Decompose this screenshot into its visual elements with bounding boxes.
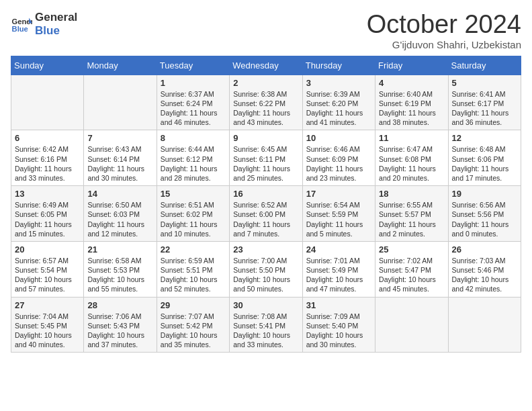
calendar-cell: 1Sunrise: 6:37 AMSunset: 6:24 PMDaylight… xyxy=(157,75,229,130)
day-number: 27 xyxy=(15,300,80,310)
calendar-cell: 19Sunrise: 6:56 AMSunset: 5:56 PMDayligh… xyxy=(448,186,521,242)
day-of-week-header: Thursday xyxy=(302,56,375,75)
day-number: 30 xyxy=(233,300,298,310)
calendar-cell: 2Sunrise: 6:38 AMSunset: 6:22 PMDaylight… xyxy=(230,75,302,130)
day-info: Sunrise: 6:55 AMSunset: 5:57 PMDaylight:… xyxy=(379,200,444,238)
calendar-cell: 16Sunrise: 6:52 AMSunset: 6:00 PMDayligh… xyxy=(230,186,302,242)
calendar-cell: 14Sunrise: 6:50 AMSunset: 6:03 PMDayligh… xyxy=(84,186,157,242)
day-info: Sunrise: 6:38 AMSunset: 6:22 PMDaylight:… xyxy=(233,89,298,128)
calendar-cell: 13Sunrise: 6:49 AMSunset: 6:05 PMDayligh… xyxy=(11,186,84,242)
calendar-cell: 5Sunrise: 6:41 AMSunset: 6:17 PMDaylight… xyxy=(448,75,521,130)
day-info: Sunrise: 6:37 AMSunset: 6:24 PMDaylight:… xyxy=(161,89,226,128)
calendar-cell: 29Sunrise: 7:07 AMSunset: 5:42 PMDayligh… xyxy=(157,297,229,353)
day-info: Sunrise: 7:04 AMSunset: 5:45 PMDaylight:… xyxy=(15,312,80,350)
logo-icon: General Blue xyxy=(11,13,32,35)
day-number: 28 xyxy=(87,300,152,310)
svg-text:Blue: Blue xyxy=(12,25,28,33)
day-number: 17 xyxy=(306,189,371,199)
day-number: 1 xyxy=(161,78,226,88)
calendar-cell xyxy=(448,297,521,353)
calendar-cell: 18Sunrise: 6:55 AMSunset: 5:57 PMDayligh… xyxy=(375,186,448,242)
calendar-cell: 7Sunrise: 6:43 AMSunset: 6:14 PMDaylight… xyxy=(84,130,157,186)
calendar-cell: 20Sunrise: 6:57 AMSunset: 5:54 PMDayligh… xyxy=(11,241,84,297)
calendar-cell xyxy=(375,297,448,353)
day-info: Sunrise: 6:46 AMSunset: 6:09 PMDaylight:… xyxy=(306,144,371,183)
calendar-cell: 27Sunrise: 7:04 AMSunset: 5:45 PMDayligh… xyxy=(11,297,84,353)
day-number: 21 xyxy=(87,244,152,255)
day-info: Sunrise: 6:59 AMSunset: 5:51 PMDaylight:… xyxy=(161,256,226,294)
logo: General Blue General Blue xyxy=(11,11,77,37)
day-number: 7 xyxy=(87,133,152,143)
calendar-cell: 21Sunrise: 6:58 AMSunset: 5:53 PMDayligh… xyxy=(84,241,157,297)
day-info: Sunrise: 7:00 AMSunset: 5:50 PMDaylight:… xyxy=(233,256,298,294)
day-info: Sunrise: 6:40 AMSunset: 6:19 PMDaylight:… xyxy=(379,89,444,128)
day-number: 10 xyxy=(306,133,371,143)
day-info: Sunrise: 6:48 AMSunset: 6:06 PMDaylight:… xyxy=(452,144,517,183)
day-of-week-header: Friday xyxy=(375,56,448,75)
page-header: General Blue General Blue October 2024 G… xyxy=(11,11,521,50)
calendar-cell: 24Sunrise: 7:01 AMSunset: 5:49 PMDayligh… xyxy=(302,241,375,297)
calendar-cell: 25Sunrise: 7:02 AMSunset: 5:47 PMDayligh… xyxy=(375,241,448,297)
day-number: 19 xyxy=(452,189,517,199)
calendar-cell: 6Sunrise: 6:42 AMSunset: 6:16 PMDaylight… xyxy=(11,130,84,186)
day-of-week-header: Saturday xyxy=(448,56,521,75)
day-info: Sunrise: 7:07 AMSunset: 5:42 PMDaylight:… xyxy=(161,312,226,350)
day-number: 20 xyxy=(15,244,80,255)
day-number: 14 xyxy=(87,189,152,199)
day-number: 11 xyxy=(379,133,444,143)
day-info: Sunrise: 6:52 AMSunset: 6:00 PMDaylight:… xyxy=(233,200,298,238)
day-number: 18 xyxy=(379,189,444,199)
calendar-cell: 10Sunrise: 6:46 AMSunset: 6:09 PMDayligh… xyxy=(302,130,375,186)
day-number: 13 xyxy=(15,189,80,199)
calendar-cell: 11Sunrise: 6:47 AMSunset: 6:08 PMDayligh… xyxy=(375,130,448,186)
day-number: 16 xyxy=(233,189,298,199)
calendar-cell xyxy=(11,75,84,130)
calendar-cell: 15Sunrise: 6:51 AMSunset: 6:02 PMDayligh… xyxy=(157,186,229,242)
day-info: Sunrise: 7:09 AMSunset: 5:40 PMDaylight:… xyxy=(306,312,371,350)
logo-general: General xyxy=(35,11,77,24)
day-of-week-header: Tuesday xyxy=(157,56,229,75)
day-number: 26 xyxy=(452,244,517,255)
logo-blue: Blue xyxy=(35,24,77,38)
day-info: Sunrise: 7:06 AMSunset: 5:43 PMDaylight:… xyxy=(87,312,152,350)
day-info: Sunrise: 6:44 AMSunset: 6:12 PMDaylight:… xyxy=(161,144,226,183)
day-info: Sunrise: 6:49 AMSunset: 6:05 PMDaylight:… xyxy=(15,200,80,238)
day-number: 12 xyxy=(452,133,517,143)
calendar-cell: 8Sunrise: 6:44 AMSunset: 6:12 PMDaylight… xyxy=(157,130,229,186)
day-number: 29 xyxy=(161,300,226,310)
day-number: 4 xyxy=(379,78,444,88)
day-number: 5 xyxy=(452,78,517,88)
day-number: 15 xyxy=(161,189,226,199)
calendar-cell: 4Sunrise: 6:40 AMSunset: 6:19 PMDaylight… xyxy=(375,75,448,130)
day-info: Sunrise: 7:08 AMSunset: 5:41 PMDaylight:… xyxy=(233,312,298,350)
day-info: Sunrise: 6:42 AMSunset: 6:16 PMDaylight:… xyxy=(15,144,80,183)
calendar-cell: 28Sunrise: 7:06 AMSunset: 5:43 PMDayligh… xyxy=(84,297,157,353)
day-info: Sunrise: 6:51 AMSunset: 6:02 PMDaylight:… xyxy=(161,200,226,238)
day-info: Sunrise: 6:47 AMSunset: 6:08 PMDaylight:… xyxy=(379,144,444,183)
calendar-cell: 23Sunrise: 7:00 AMSunset: 5:50 PMDayligh… xyxy=(230,241,302,297)
title-block: October 2024 G'ijduvon Shahri, Uzbekista… xyxy=(367,11,521,50)
day-info: Sunrise: 6:57 AMSunset: 5:54 PMDaylight:… xyxy=(15,256,80,294)
day-info: Sunrise: 6:43 AMSunset: 6:14 PMDaylight:… xyxy=(87,144,152,183)
calendar-cell: 22Sunrise: 6:59 AMSunset: 5:51 PMDayligh… xyxy=(157,241,229,297)
day-info: Sunrise: 6:56 AMSunset: 5:56 PMDaylight:… xyxy=(452,200,517,238)
calendar-cell: 26Sunrise: 7:03 AMSunset: 5:46 PMDayligh… xyxy=(448,241,521,297)
day-info: Sunrise: 6:50 AMSunset: 6:03 PMDaylight:… xyxy=(87,200,152,238)
day-info: Sunrise: 6:41 AMSunset: 6:17 PMDaylight:… xyxy=(452,89,517,128)
day-info: Sunrise: 6:45 AMSunset: 6:11 PMDaylight:… xyxy=(233,144,298,183)
day-info: Sunrise: 7:02 AMSunset: 5:47 PMDaylight:… xyxy=(379,256,444,294)
calendar-cell: 17Sunrise: 6:54 AMSunset: 5:59 PMDayligh… xyxy=(302,186,375,242)
calendar-cell: 3Sunrise: 6:39 AMSunset: 6:20 PMDaylight… xyxy=(302,75,375,130)
location-subtitle: G'ijduvon Shahri, Uzbekistan xyxy=(367,39,521,50)
day-info: Sunrise: 6:54 AMSunset: 5:59 PMDaylight:… xyxy=(306,200,371,238)
day-number: 9 xyxy=(233,133,298,143)
day-number: 31 xyxy=(306,300,371,310)
day-number: 23 xyxy=(233,244,298,255)
day-number: 6 xyxy=(15,133,80,143)
calendar-cell: 9Sunrise: 6:45 AMSunset: 6:11 PMDaylight… xyxy=(230,130,302,186)
day-info: Sunrise: 7:01 AMSunset: 5:49 PMDaylight:… xyxy=(306,256,371,294)
day-of-week-header: Wednesday xyxy=(230,56,302,75)
day-number: 22 xyxy=(161,244,226,255)
day-info: Sunrise: 7:03 AMSunset: 5:46 PMDaylight:… xyxy=(452,256,517,294)
calendar-cell xyxy=(84,75,157,130)
